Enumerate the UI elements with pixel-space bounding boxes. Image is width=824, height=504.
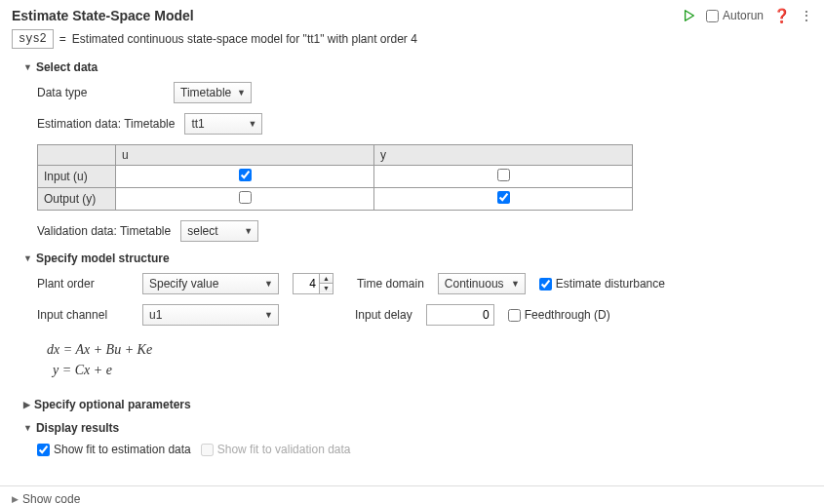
spinner-up-icon[interactable]: ▲ (320, 274, 333, 284)
input-channel-value: u1 (149, 308, 162, 322)
table-corner (38, 145, 116, 166)
chevron-down-icon: ▼ (511, 279, 520, 289)
input-u-checkbox[interactable] (239, 169, 252, 181)
input-delay-input[interactable] (426, 304, 494, 326)
svg-marker-0 (686, 11, 694, 21)
triangle-right-icon: ▶ (12, 494, 19, 504)
show-fit-estimation-input[interactable] (37, 444, 50, 456)
state-space-equations: dx = Ax + Bu + Ke y = Cx + e (37, 335, 812, 388)
help-icon[interactable]: ❓ (773, 8, 790, 23)
estimate-disturbance-checkbox[interactable]: Estimate disturbance (539, 277, 665, 291)
show-fit-estimation-checkbox[interactable]: Show fit to estimation data (37, 443, 191, 456)
equation-dx: dx = Ax + Bu + Ke (47, 339, 812, 360)
output-y-checkbox[interactable] (497, 191, 510, 204)
table-col-u: u (116, 145, 374, 166)
chevron-down-icon: ▼ (264, 310, 273, 320)
section-header-select-data[interactable]: ▼ Select data (23, 60, 812, 74)
triangle-right-icon: ▶ (23, 400, 30, 409)
triangle-down-icon: ▼ (23, 62, 32, 72)
chevron-down-icon: ▼ (244, 226, 253, 236)
show-code-toggle[interactable]: ▶ Show code (0, 486, 824, 504)
triangle-down-icon: ▼ (23, 253, 32, 263)
output-variable-box[interactable]: sys2 (12, 29, 54, 49)
section-title: Select data (36, 60, 98, 74)
spinner-down-icon[interactable]: ▼ (320, 284, 333, 292)
estimate-disturbance-input[interactable] (539, 278, 552, 291)
chevron-down-icon: ▼ (248, 119, 256, 129)
time-domain-label: Time domain (357, 277, 424, 291)
table-col-y: y (374, 145, 633, 166)
time-domain-select[interactable]: Continuous ▼ (438, 273, 526, 294)
autorun-checkbox[interactable]: Autorun (706, 9, 764, 22)
data-type-value: Timetable (180, 86, 231, 99)
show-code-label: Show code (22, 492, 80, 504)
feedthrough-label: Feedthrough (D) (525, 308, 610, 322)
input-delay-label: Input delay (355, 308, 412, 322)
io-table: u y Input (u) Output (y) (37, 144, 633, 211)
input-y-checkbox[interactable] (497, 169, 510, 181)
equals-sign: = (59, 32, 66, 46)
section-title: Specify optional parameters (34, 398, 191, 411)
estimate-disturbance-label: Estimate disturbance (556, 277, 665, 291)
estimation-data-label: Estimation data: Timetable (37, 117, 175, 131)
show-fit-estimation-label: Show fit to estimation data (54, 443, 191, 456)
plant-order-spinner[interactable]: ▲ ▼ (293, 273, 334, 294)
feedthrough-input[interactable] (508, 309, 521, 322)
estimation-data-select[interactable]: tt1 ▼ (184, 113, 262, 135)
time-domain-value: Continuous (445, 277, 504, 291)
chevron-down-icon: ▼ (237, 88, 246, 97)
section-header-model-structure[interactable]: ▼ Specify model structure (23, 252, 812, 265)
equation-y: y = Cx + e (47, 360, 812, 380)
output-u-checkbox[interactable] (239, 191, 252, 204)
run-icon[interactable] (683, 9, 696, 22)
section-title: Specify model structure (36, 252, 170, 265)
section-title: Display results (36, 421, 119, 435)
estimation-data-value: tt1 (191, 117, 204, 131)
triangle-down-icon: ▼ (23, 423, 32, 433)
data-type-label: Data type (37, 86, 164, 99)
section-header-optional-params[interactable]: ▶ Specify optional parameters (23, 398, 812, 411)
assignment-description: Estimated continuous state-space model f… (72, 32, 417, 46)
validation-data-label: Validation data: Timetable (37, 224, 171, 238)
show-fit-validation-label: Show fit to validation data (217, 443, 351, 456)
validation-data-value: select (187, 224, 217, 238)
plant-order-input[interactable] (293, 273, 320, 294)
input-channel-label: Input channel (37, 308, 129, 322)
section-header-display-results[interactable]: ▼ Display results (23, 421, 812, 435)
page-title: Estimate State-Space Model (12, 8, 194, 23)
autorun-checkbox-input[interactable] (706, 10, 719, 22)
plant-order-mode-value: Specify value (149, 277, 218, 291)
show-fit-validation-input (201, 444, 214, 456)
kebab-menu-icon[interactable]: ⋮ (800, 8, 812, 23)
plant-order-mode-select[interactable]: Specify value ▼ (142, 273, 279, 294)
feedthrough-checkbox[interactable]: Feedthrough (D) (508, 308, 610, 322)
chevron-down-icon: ▼ (264, 279, 273, 289)
validation-data-select[interactable]: select ▼ (180, 220, 258, 242)
data-type-select[interactable]: Timetable ▼ (174, 82, 252, 103)
plant-order-label: Plant order (37, 277, 129, 291)
autorun-label: Autorun (723, 9, 764, 22)
table-row-input-label: Input (u) (38, 166, 116, 188)
table-row-output-label: Output (y) (38, 188, 116, 211)
show-fit-validation-checkbox: Show fit to validation data (201, 443, 351, 456)
input-channel-select[interactable]: u1 ▼ (142, 304, 279, 326)
